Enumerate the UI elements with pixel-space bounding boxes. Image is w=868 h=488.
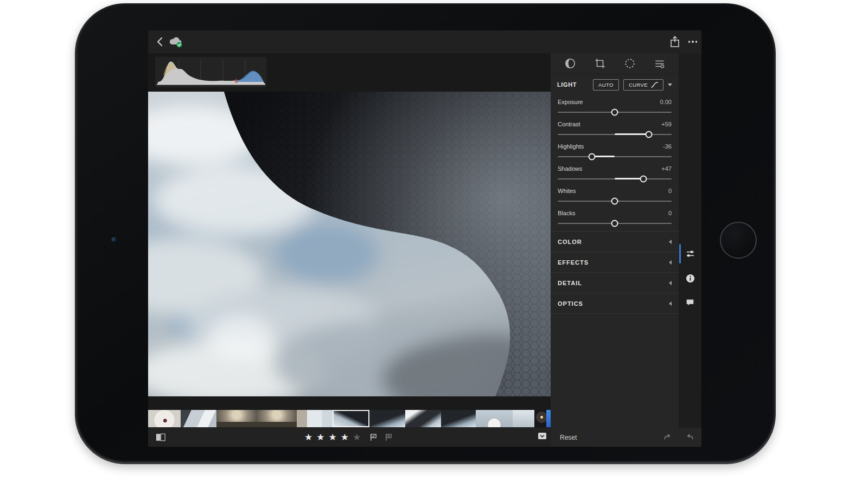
flag-reject-icon[interactable] — [385, 433, 393, 441]
panel-detail[interactable]: DETAIL — [551, 273, 679, 293]
slider-label: Whites — [558, 188, 576, 194]
more-options-icon[interactable] — [687, 38, 699, 46]
slider-blacks: Blacks0 — [558, 207, 672, 227]
filmstrip-thumbnail[interactable] — [441, 410, 476, 427]
slider-label: Blacks — [558, 210, 575, 216]
slider-exposure: Exposure0.00 — [558, 96, 672, 115]
reset-button[interactable]: Reset — [560, 434, 577, 441]
slider-knob[interactable] — [611, 220, 618, 227]
light-header: LIGHT AUTO CURVE — [551, 74, 679, 95]
bottom-bar-left: ★★★★★ — [148, 428, 551, 447]
collapsed-panels: COLOREFFECTSDETAILOPTICS — [551, 231, 679, 314]
flags — [369, 428, 393, 447]
curve-icon — [651, 82, 658, 88]
slider-contrast: Contrast+59 — [558, 118, 672, 138]
expand-chevron-icon — [669, 301, 672, 306]
front-camera — [111, 237, 117, 242]
panel-label: COLOR — [558, 239, 582, 245]
share-icon[interactable] — [669, 35, 681, 48]
panel-label: DETAIL — [558, 280, 582, 286]
panel-optics[interactable]: OPTICS — [551, 293, 679, 314]
slider-value: +59 — [661, 121, 672, 127]
top-bar — [148, 30, 701, 53]
profiles-icon[interactable] — [564, 57, 576, 69]
filmstrip-thumbnail[interactable] — [513, 410, 534, 427]
slider-value: -36 — [663, 143, 672, 150]
edit-sliders-icon[interactable] — [679, 243, 701, 265]
light-panel-title: LIGHT — [557, 81, 589, 88]
photo-canvas[interactable] — [148, 92, 551, 396]
expand-chevron-icon — [669, 260, 672, 265]
selective-edit-icon[interactable] — [624, 57, 636, 69]
slider-knob[interactable] — [611, 197, 618, 204]
expand-chevron-icon — [669, 240, 672, 244]
slider-value: 0 — [668, 210, 672, 216]
back-icon[interactable] — [155, 36, 167, 48]
slider-track[interactable] — [558, 197, 672, 204]
star-3[interactable]: ★ — [329, 433, 337, 442]
filmstrip-thumbnail[interactable] — [534, 410, 546, 427]
expand-chevron-icon — [669, 281, 672, 285]
curve-dropdown-icon[interactable] — [668, 84, 672, 86]
light-sliders: Exposure0.00Contrast+59Highlights-36Shad… — [551, 95, 679, 227]
histogram-graphic[interactable] — [155, 57, 266, 87]
histogram-strip — [148, 53, 551, 92]
slider-track[interactable] — [558, 108, 672, 115]
filmstrip-thumbnail[interactable] — [257, 410, 297, 427]
edit-panel: LIGHT AUTO CURVE Exposure0.00Contrast+59… — [551, 53, 679, 428]
page: { "colors": { "accent_blue": "#3a7bd5", … — [0, 0, 868, 488]
undo-icon[interactable] — [685, 434, 694, 441]
home-button[interactable] — [720, 222, 757, 259]
cloud-sync-icon[interactable] — [169, 35, 183, 48]
slider-knob[interactable] — [589, 153, 596, 160]
slider-track[interactable] — [558, 153, 672, 160]
app-screen: LIGHT AUTO CURVE Exposure0.00Contrast+59… — [148, 30, 701, 447]
filmstrip-thumbnail[interactable] — [369, 410, 405, 427]
filmstrip[interactable] — [148, 410, 551, 427]
slider-value: 0.00 — [660, 99, 672, 105]
filmstrip-thumbnail-partial[interactable] — [546, 410, 551, 427]
filmstrip-thumbnail[interactable] — [405, 410, 441, 427]
slider-label: Shadows — [558, 165, 582, 172]
curve-button[interactable]: CURVE — [623, 79, 663, 91]
star-1[interactable]: ★ — [304, 433, 312, 442]
filmstrip-thumbnail[interactable] — [297, 410, 333, 427]
panel-label: EFFECTS — [558, 259, 589, 266]
slider-value: +47 — [661, 165, 672, 172]
slider-highlights: Highlights-36 — [558, 140, 672, 160]
slider-shadows: Shadows+47 — [558, 163, 672, 182]
panel-label: OPTICS — [558, 300, 583, 307]
comments-icon[interactable] — [679, 292, 701, 313]
edit-toolbar — [551, 53, 679, 74]
slider-knob[interactable] — [611, 108, 618, 115]
slider-label: Exposure — [558, 99, 583, 105]
slider-label: Highlights — [558, 143, 584, 150]
flag-pick-icon[interactable] — [369, 433, 378, 441]
presets-icon[interactable] — [654, 57, 666, 69]
star-2[interactable]: ★ — [316, 433, 324, 442]
panel-color[interactable]: COLOR — [551, 232, 679, 252]
panel-effects[interactable]: EFFECTS — [551, 252, 679, 273]
auto-button[interactable]: AUTO — [593, 79, 619, 91]
filmstrip-thumbnail[interactable] — [148, 410, 181, 427]
slider-track[interactable] — [558, 175, 672, 182]
filmstrip-collapse-icon[interactable] — [538, 432, 547, 440]
star-4[interactable]: ★ — [341, 433, 349, 442]
slider-knob[interactable] — [646, 131, 653, 138]
filmstrip-thumbnail[interactable] — [216, 410, 257, 427]
redo-icon[interactable] — [663, 434, 673, 441]
crop-rotate-icon[interactable] — [594, 57, 606, 69]
star-rating[interactable]: ★★★★★ — [304, 428, 361, 447]
slider-track[interactable] — [558, 220, 672, 227]
slider-whites: Whites0 — [558, 185, 672, 204]
before-after-icon[interactable] — [156, 433, 165, 441]
slider-track[interactable] — [558, 131, 672, 138]
star-5[interactable]: ★ — [353, 433, 361, 442]
main-area — [148, 53, 551, 428]
filmstrip-thumbnail[interactable] — [181, 410, 216, 427]
slider-knob[interactable] — [640, 175, 647, 182]
filmstrip-thumbnail-selected[interactable] — [333, 410, 369, 427]
info-icon[interactable] — [679, 267, 701, 289]
slider-label: Contrast — [558, 121, 580, 127]
filmstrip-thumbnail[interactable] — [476, 410, 513, 427]
